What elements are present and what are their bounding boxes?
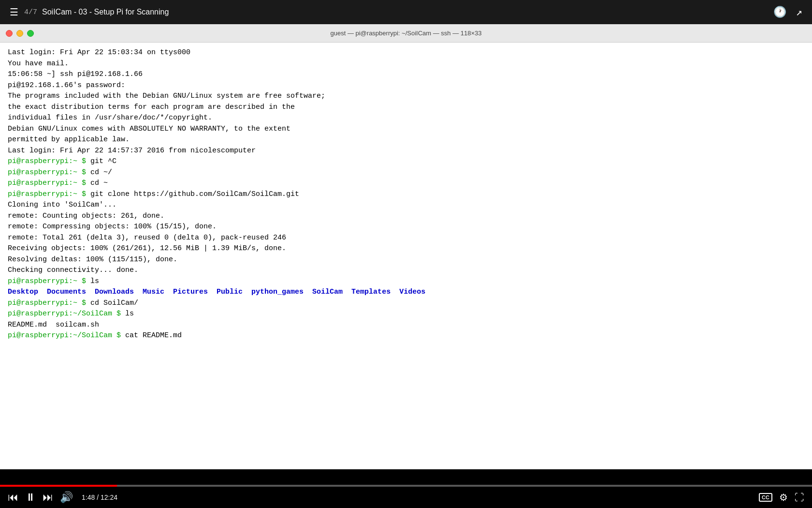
top-right-controls: 🕐 ↗ — [773, 6, 802, 19]
terminal-line: Debian GNU/Linux comes with ABSOLUTELY N… — [8, 124, 804, 135]
top-bar: ☰ 4/7 SoiICam - 03 - Setup Pi for Scanni… — [0, 0, 812, 24]
terminal-line: permitted by applicable law. — [8, 134, 804, 146]
terminal-window: guest — pi@raspberrypi: ~/SoiICam — ssh … — [0, 24, 812, 469]
progress-bar-container[interactable] — [0, 485, 812, 487]
terminal-line: pi@192.168.1.66's password: — [8, 80, 804, 91]
terminal-line: Checking connectivity... done. — [8, 265, 804, 276]
skip-back-button[interactable]: ⏮ — [8, 492, 18, 503]
terminal-line: remote: Counting objects: 261, done. — [8, 211, 804, 222]
terminal-line: remote: Total 261 (delta 3), reused 0 (d… — [8, 233, 804, 244]
terminal-line: pi@raspberrypi:~ $ cd SoilCam/ — [8, 298, 804, 309]
terminal-line: pi@raspberrypi:~ $ cd ~ — [8, 178, 804, 189]
terminal-line: Desktop Documents Downloads Music Pictur… — [8, 287, 804, 298]
terminal-line: README.md soilcam.sh — [8, 320, 804, 331]
volume-button[interactable]: 🔊 — [60, 492, 73, 503]
minimize-button[interactable] — [16, 30, 23, 37]
terminal-line: pi@raspberrypi:~/SoilCam $ cat README.md — [8, 330, 804, 342]
cc-button[interactable]: CC — [759, 493, 772, 502]
terminal-line: individual files in /usr/share/doc/*/cop… — [8, 113, 804, 124]
controls-row: ⏮ ⏸ ⏭ 🔊 1:48 / 12:24 CC ⚙ ⛶ — [0, 492, 812, 503]
terminal-line: pi@raspberrypi:~ $ git ^C — [8, 156, 804, 167]
terminal-line: Receiving objects: 100% (261/261), 12.56… — [8, 243, 804, 254]
terminal-line: You have mail. — [8, 59, 804, 70]
fullscreen-button[interactable]: ⛶ — [795, 492, 804, 503]
terminal-traffic-lights — [6, 30, 34, 37]
skip-forward-button[interactable]: ⏭ — [43, 492, 53, 503]
terminal-line: pi@raspberrypi:~ $ cd ~/ — [8, 167, 804, 179]
terminal-line: Cloning into 'SoilCam'... — [8, 200, 804, 211]
share-icon[interactable]: ↗ — [796, 6, 802, 19]
terminal-line: The programs included with the Debian GN… — [8, 91, 804, 102]
progress-bar-played — [0, 485, 117, 487]
right-controls: CC ⚙ ⛶ — [759, 492, 804, 503]
terminal-line: Last login: Fri Apr 22 15:03:34 on ttys0… — [8, 47, 804, 59]
terminal-title: guest — pi@raspberrypi: ~/SoiICam — ssh … — [330, 30, 481, 37]
clock-icon[interactable]: 🕐 — [773, 6, 786, 19]
terminal-line: the exact distribution terms for each pr… — [8, 102, 804, 113]
time-separator: / — [97, 493, 101, 501]
terminal-titlebar: guest — pi@raspberrypi: ~/SoiICam — ssh … — [0, 24, 812, 43]
terminal-line: Resolving deltas: 100% (115/115), done. — [8, 254, 804, 266]
menu-icon[interactable]: ☰ — [10, 6, 18, 18]
terminal-line: Last login: Fri Apr 22 14:57:37 2016 fro… — [8, 146, 804, 157]
time-total: 12:24 — [101, 493, 117, 501]
video-controls-bar: ⏮ ⏸ ⏭ 🔊 1:48 / 12:24 CC ⚙ ⛶ — [0, 469, 812, 508]
terminal-line: pi@raspberrypi:~ $ git clone https://git… — [8, 189, 804, 200]
terminal-line: pi@raspberrypi:~/SoilCam $ ls — [8, 309, 804, 320]
terminal-content[interactable]: Last login: Fri Apr 22 15:03:34 on ttys0… — [0, 43, 812, 469]
terminal-line: remote: Compressing objects: 100% (15/15… — [8, 222, 804, 233]
maximize-button[interactable] — [27, 30, 34, 37]
video-counter: 4/7 — [24, 8, 37, 16]
terminal-line: pi@raspberrypi:~ $ ls — [8, 276, 804, 287]
video-title: SoiICam - 03 - Setup Pi for Scanning — [42, 8, 169, 16]
close-button[interactable] — [6, 30, 13, 37]
play-pause-button[interactable]: ⏸ — [25, 492, 36, 503]
settings-button[interactable]: ⚙ — [779, 492, 788, 503]
time-display: 1:48 / 12:24 — [82, 493, 117, 501]
terminal-line: 15:06:58 ~] ssh pi@192.168.1.66 — [8, 69, 804, 80]
time-current: 1:48 — [82, 493, 95, 501]
